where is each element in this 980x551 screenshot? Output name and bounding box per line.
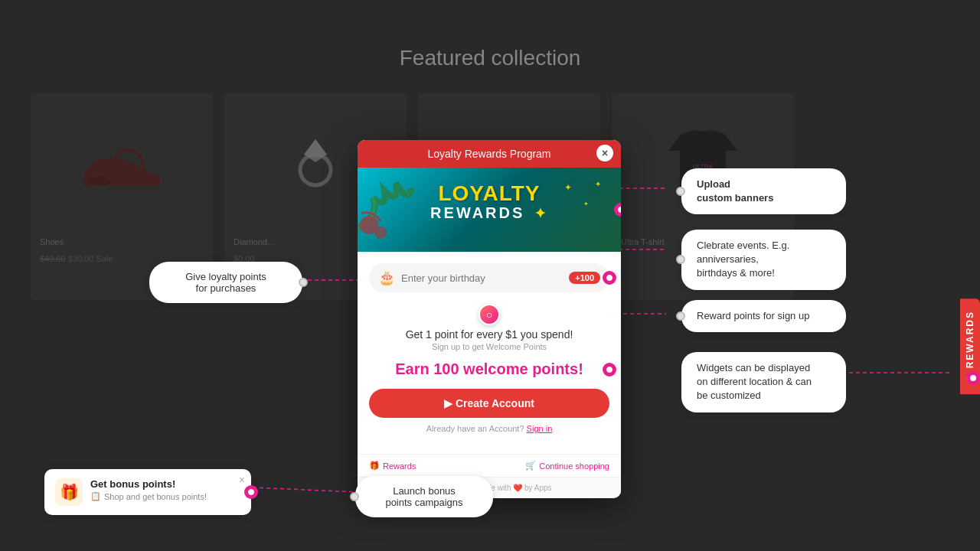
- welcome-points-text: Earn 100 welcome points!: [369, 360, 609, 378]
- bonus-widget: 🎁 Get bonus points! 📋 Shop and get bonus…: [44, 469, 251, 515]
- earn-icon: ○: [479, 304, 500, 325]
- bonus-sub: 📋 Shop and get bonus points!: [90, 491, 207, 501]
- sign-in-link[interactable]: Sign in: [527, 424, 553, 433]
- points-badge: +100: [569, 272, 600, 284]
- create-account-button[interactable]: ▶ Create Account: [369, 389, 609, 418]
- banner-text: LOYALTY REWARDS ✦: [369, 183, 609, 222]
- earn-text: Get 1 point for every $1 you spend!: [369, 328, 609, 341]
- birthday-icon: 🎂: [378, 269, 395, 286]
- launch-left-dot: [350, 492, 359, 501]
- cart-icon: 🛒: [525, 461, 536, 471]
- modal-banner: ✦ ✦ ✦ LOYALTY REWARDS ✦: [358, 168, 621, 252]
- bonus-title: Get bonus points!: [90, 478, 207, 490]
- upload-banners-text: Uploadcustom banners: [697, 178, 773, 204]
- birthday-connector-dot: [604, 272, 615, 283]
- widgets-text: Widgets can be displayedon different loc…: [697, 362, 812, 401]
- birthday-row: 🎂 +100: [369, 263, 609, 292]
- continue-shopping-link[interactable]: 🛒 Continue shopping: [525, 461, 609, 471]
- modal-title: Loyalty Rewards Program: [427, 148, 550, 160]
- upload-left-dot: [676, 187, 685, 196]
- give-right-dot: [299, 278, 308, 287]
- already-account-text: Already have an Account? Sign in: [369, 424, 609, 433]
- modal-body: 🎂 +100 ○ Get 1 point for every $1 you sp…: [358, 252, 621, 454]
- upload-banners-annotation: Uploadcustom banners: [681, 168, 846, 214]
- rewards-icon: 🎁: [369, 461, 380, 471]
- bonus-close-button[interactable]: ×: [239, 474, 245, 486]
- welcome-connector-dot: [604, 364, 615, 375]
- celebrate-left-dot: [676, 255, 685, 264]
- widgets-edge-dot: [968, 373, 978, 383]
- modal-header: Loyalty Rewards Program ×: [358, 140, 621, 168]
- loyalty-modal: Loyalty Rewards Program × ✦ ✦ ✦ LOYALTY: [358, 140, 621, 498]
- reward-signup-annotation: Reward points for sign up: [681, 300, 846, 332]
- modal-close-button[interactable]: ×: [596, 145, 613, 161]
- svg-point-12: [374, 227, 387, 239]
- launch-bonus-annotation: Launch bonuspoints campaigns: [355, 476, 493, 517]
- reward-left-dot: [676, 311, 685, 321]
- bonus-icon-wrap: 🎁: [55, 478, 83, 506]
- modal-footer: 🎁 Rewards 🛒 Continue shopping: [358, 454, 621, 477]
- celebrate-events-text: Clebrate events. E.g. anniversaries,birt…: [697, 240, 789, 279]
- reward-signup-text: Reward points for sign up: [697, 310, 809, 321]
- give-loyalty-points-annotation: Give loyalty pointsfor purchases: [149, 262, 302, 303]
- bonus-gift-icon: 🎁: [60, 483, 79, 501]
- earn-section: ○ Get 1 point for every $1 you spend! Si…: [369, 304, 609, 351]
- rewards-tab-label: REWARDS: [965, 311, 975, 368]
- banner-rewards-text: REWARDS ✦: [369, 204, 609, 222]
- banner-connector-dot: [616, 204, 621, 215]
- give-loyalty-text: Give loyalty pointsfor purchases: [185, 271, 266, 294]
- launch-bonus-text: Launch bonuspoints campaigns: [385, 485, 462, 508]
- rewards-link[interactable]: 🎁 Rewards: [369, 461, 416, 471]
- bonus-text-wrap: Get bonus points! 📋 Shop and get bonus p…: [90, 478, 207, 501]
- birthday-input[interactable]: [401, 272, 563, 284]
- banner-loyalty-text: LOYALTY: [369, 183, 609, 204]
- earn-sub: Sign up to get Welcome Points: [369, 342, 609, 351]
- celebrate-events-annotation: Clebrate events. E.g. anniversaries,birt…: [681, 230, 846, 290]
- bonus-right-dot: [246, 487, 256, 497]
- widgets-annotation: Widgets can be displayedon different loc…: [681, 352, 846, 412]
- bonus-list-icon: 📋: [90, 491, 101, 501]
